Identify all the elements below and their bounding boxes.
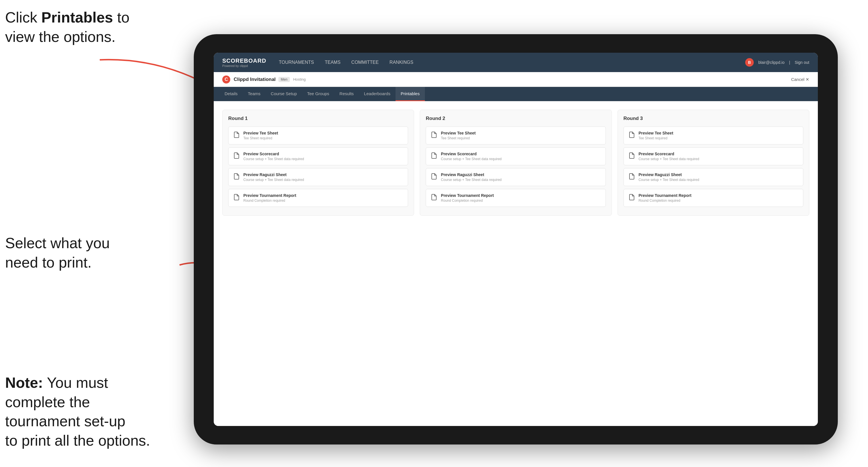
raguzzi-3-sub: Course setup + Tee Sheet data required (639, 178, 699, 182)
nav-committee[interactable]: COMMITTEE (350, 58, 380, 67)
tee-sheet-1-title: Preview Tee Sheet (243, 131, 278, 135)
doc-icon-10 (628, 152, 635, 159)
tee-sheet-1-sub: Tee Sheet required (243, 136, 278, 140)
raguzzi-1-title: Preview Raguzzi Sheet (243, 173, 304, 177)
brand: SCOREBOARD Powered by clippd (222, 58, 266, 67)
scorecard-1-sub: Course setup + Tee Sheet data required (243, 157, 304, 161)
scorecard-3-title: Preview Scorecard (639, 152, 699, 156)
divider: | (789, 60, 790, 65)
tournament-status: Hosting (293, 77, 306, 82)
round-3-scorecard[interactable]: Preview Scorecard Course setup + Tee She… (623, 147, 803, 165)
report-1-title: Preview Tournament Report (243, 193, 297, 198)
tab-leaderboards[interactable]: Leaderboards (359, 87, 396, 101)
tee-sheet-3-title: Preview Tee Sheet (639, 131, 673, 135)
tee-sheet-2-title: Preview Tee Sheet (441, 131, 475, 135)
nav-rankings[interactable]: RANKINGS (389, 58, 414, 67)
top-nav: SCOREBOARD Powered by clippd TOURNAMENTS… (214, 53, 818, 72)
nav-tournaments[interactable]: TOURNAMENTS (278, 58, 315, 67)
cancel-button[interactable]: Cancel ✕ (791, 77, 809, 82)
nav-links: TOURNAMENTS TEAMS COMMITTEE RANKINGS (278, 58, 745, 67)
tee-sheet-3-sub: Tee Sheet required (639, 136, 673, 140)
report-3-sub: Round Completion required (639, 198, 692, 203)
doc-icon-4 (233, 194, 240, 200)
tab-bar: Details Teams Course Setup Tee Groups Re… (214, 87, 818, 101)
round-2-column: Round 2 Preview Tee Sheet Tee Sheet requ… (420, 110, 612, 216)
doc-icon-11 (628, 173, 635, 180)
raguzzi-3-title: Preview Raguzzi Sheet (639, 173, 699, 177)
scorecard-2-sub: Course setup + Tee Sheet data required (441, 157, 501, 161)
user-avatar: B (745, 58, 754, 67)
raguzzi-2-title: Preview Raguzzi Sheet (441, 173, 501, 177)
tab-teams[interactable]: Teams (243, 87, 266, 101)
sign-out-link[interactable]: Sign out (795, 60, 809, 65)
nav-right: B blair@clippd.io | Sign out (745, 58, 809, 67)
rounds-container: Round 1 Preview Tee Sheet Tee Sheet requ… (222, 110, 809, 216)
round-1-raguzzi[interactable]: Preview Raguzzi Sheet Course setup + Tee… (228, 168, 408, 186)
main-content: Round 1 Preview Tee Sheet Tee Sheet requ… (214, 101, 818, 426)
doc-icon-12 (628, 194, 635, 200)
round-1-report[interactable]: Preview Tournament Report Round Completi… (228, 189, 408, 207)
scorecard-3-sub: Course setup + Tee Sheet data required (639, 157, 699, 161)
round-3-column: Round 3 Preview Tee Sheet Tee Sheet requ… (618, 110, 809, 216)
round-3-title: Round 3 (623, 116, 803, 121)
tab-course-setup[interactable]: Course Setup (266, 87, 302, 101)
round-2-tee-sheet[interactable]: Preview Tee Sheet Tee Sheet required (426, 126, 606, 145)
doc-icon-5 (431, 131, 437, 138)
report-1-sub: Round Completion required (243, 198, 297, 203)
brand-title: SCOREBOARD (222, 58, 266, 64)
doc-icon (233, 131, 240, 138)
instruction-top: Click Printables toview the options. (5, 8, 182, 46)
printables-emphasis: Printables (41, 9, 113, 26)
tablet-screen: SCOREBOARD Powered by clippd TOURNAMENTS… (214, 53, 818, 426)
brand-sub: Powered by clippd (222, 64, 266, 67)
round-2-raguzzi[interactable]: Preview Raguzzi Sheet Course setup + Tee… (426, 168, 606, 186)
tab-tee-groups[interactable]: Tee Groups (302, 87, 335, 101)
report-2-sub: Round Completion required (441, 198, 494, 203)
doc-icon-9 (628, 131, 635, 138)
round-1-title: Round 1 (228, 116, 408, 121)
doc-icon-6 (431, 152, 437, 159)
round-1-tee-sheet[interactable]: Preview Tee Sheet Tee Sheet required (228, 126, 408, 145)
round-1-scorecard[interactable]: Preview Scorecard Course setup + Tee She… (228, 147, 408, 165)
instruction-middle: Select what youneed to print. (5, 234, 182, 272)
doc-icon-2 (233, 152, 240, 159)
instruction-bottom: Note: You mustcomplete thetournament set… (5, 373, 182, 450)
tournament-name: Clippd Invitational (234, 76, 276, 82)
tee-sheet-2-sub: Tee Sheet required (441, 136, 475, 140)
user-email: blair@clippd.io (758, 60, 784, 65)
note-emphasis: Note: (5, 374, 43, 391)
scorecard-2-title: Preview Scorecard (441, 152, 501, 156)
tab-details[interactable]: Details (219, 87, 243, 101)
nav-teams[interactable]: TEAMS (324, 58, 342, 67)
tournament-logo: C (222, 75, 230, 84)
round-2-scorecard[interactable]: Preview Scorecard Course setup + Tee She… (426, 147, 606, 165)
round-2-title: Round 2 (426, 116, 606, 121)
round-3-report[interactable]: Preview Tournament Report Round Completi… (623, 189, 803, 207)
raguzzi-2-sub: Course setup + Tee Sheet data required (441, 178, 501, 182)
tournament-badge: Men (278, 77, 289, 82)
round-3-tee-sheet[interactable]: Preview Tee Sheet Tee Sheet required (623, 126, 803, 145)
report-3-title: Preview Tournament Report (639, 193, 692, 198)
scorecard-1-title: Preview Scorecard (243, 152, 304, 156)
tab-printables[interactable]: Printables (396, 87, 425, 101)
tablet-frame: SCOREBOARD Powered by clippd TOURNAMENTS… (194, 34, 838, 444)
doc-icon-7 (431, 173, 437, 180)
raguzzi-1-sub: Course setup + Tee Sheet data required (243, 178, 304, 182)
round-3-raguzzi[interactable]: Preview Raguzzi Sheet Course setup + Tee… (623, 168, 803, 186)
doc-icon-8 (431, 194, 437, 200)
tournament-header: C Clippd Invitational Men Hosting Cancel… (214, 72, 818, 87)
tab-results[interactable]: Results (334, 87, 359, 101)
report-2-title: Preview Tournament Report (441, 193, 494, 198)
doc-icon-3 (233, 173, 240, 180)
round-1-column: Round 1 Preview Tee Sheet Tee Sheet requ… (222, 110, 414, 216)
round-2-report[interactable]: Preview Tournament Report Round Completi… (426, 189, 606, 207)
